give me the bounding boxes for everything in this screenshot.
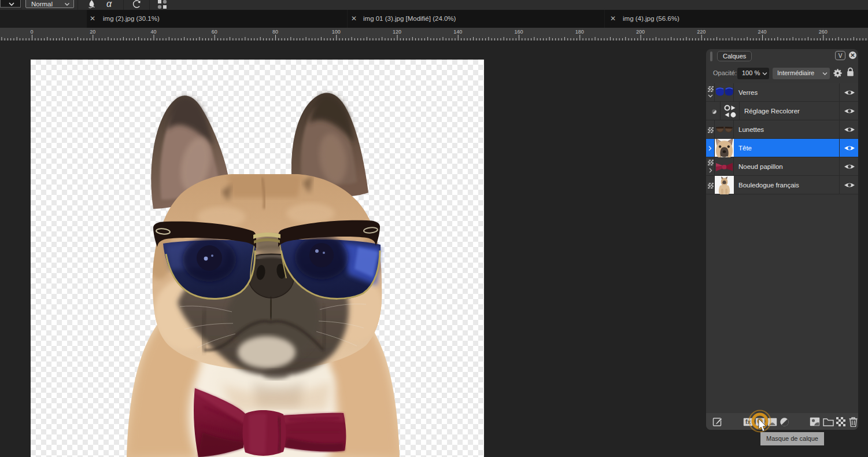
svg-text:120: 120: [393, 29, 401, 35]
svg-text:40: 40: [150, 29, 156, 35]
svg-text:240: 240: [758, 29, 766, 35]
svg-text:180: 180: [575, 29, 584, 35]
svg-text:0: 0: [30, 29, 33, 35]
svg-text:60: 60: [212, 29, 217, 35]
svg-text:80: 80: [272, 29, 278, 35]
svg-text:140: 140: [453, 29, 462, 35]
svg-text:20: 20: [90, 29, 95, 35]
svg-text:160: 160: [514, 29, 523, 35]
svg-text:220: 220: [697, 29, 706, 35]
svg-text:100: 100: [332, 29, 341, 35]
svg-text:260: 260: [819, 29, 828, 35]
svg-text:200: 200: [636, 29, 645, 35]
